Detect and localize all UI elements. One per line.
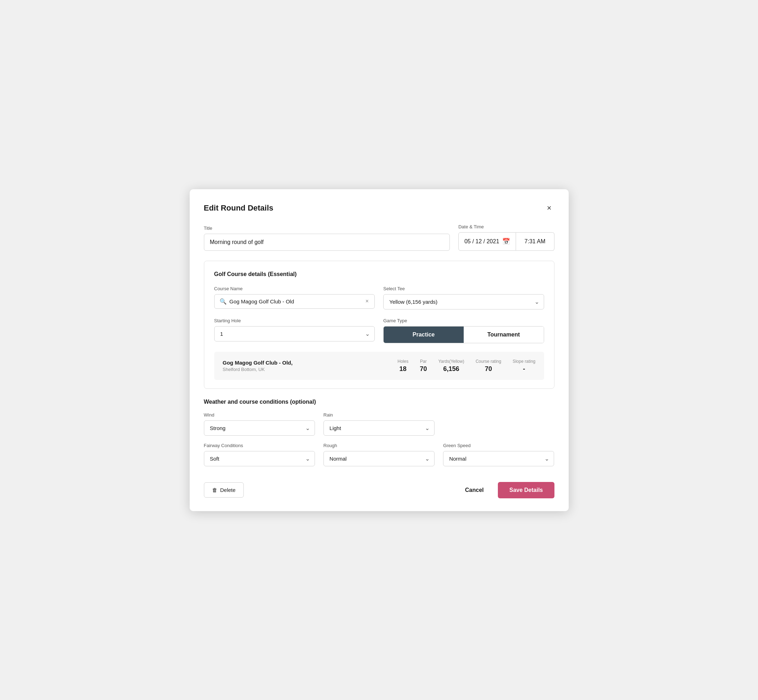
starting-hole-dropdown[interactable]: 1 [214, 326, 375, 341]
fairway-dropdown[interactable]: Soft Normal Hard [204, 451, 315, 466]
holes-stat: Holes 18 [398, 359, 409, 373]
rough-group: Rough Normal Short Long ⌄ [324, 443, 434, 466]
course-rating-label: Course rating [475, 359, 501, 364]
par-label: Par [420, 359, 427, 364]
course-tee-row: Course Name 🔍 × Select Tee Yellow (6,156… [214, 286, 544, 309]
date-time-field-group: Date & Time 05 / 12 / 2021 📅 7:31 AM [458, 224, 554, 251]
top-fields: Title Date & Time 05 / 12 / 2021 📅 7:31 … [204, 224, 554, 251]
calendar-icon: 📅 [502, 238, 510, 245]
clear-course-button[interactable]: × [365, 298, 370, 305]
date-field[interactable]: 05 / 12 / 2021 📅 [458, 232, 516, 251]
bottom-actions: 🗑 Delete Cancel Save Details [204, 476, 554, 498]
tournament-button[interactable]: Tournament [464, 327, 544, 343]
par-value: 70 [420, 365, 427, 373]
game-type-label: Game Type [383, 318, 544, 323]
delete-label: Delete [220, 487, 236, 493]
title-field-group: Title [204, 225, 450, 251]
trash-icon: 🗑 [212, 487, 218, 493]
rain-dropdown[interactable]: Light None Moderate Heavy [324, 420, 434, 436]
hole-gametype-row: Starting Hole 1 ⌄ Game Type Practice Tou… [214, 318, 544, 343]
green-speed-dropdown[interactable]: Normal Slow Fast [443, 451, 554, 466]
modal-header: Edit Round Details × [204, 202, 554, 214]
select-tee-group: Select Tee Yellow (6,156 yards) ⌄ [383, 286, 544, 309]
date-value: 05 / 12 / 2021 [464, 238, 499, 245]
title-input[interactable] [204, 234, 450, 251]
fairway-label: Fairway Conditions [204, 443, 315, 448]
select-tee-label: Select Tee [383, 286, 544, 291]
rain-group: Rain Light None Moderate Heavy ⌄ [324, 412, 434, 436]
starting-hole-label: Starting Hole [214, 318, 375, 323]
rough-dropdown[interactable]: Normal Short Long [324, 451, 434, 466]
slope-rating-value: - [523, 365, 525, 373]
yards-value: 6,156 [443, 365, 459, 373]
right-actions: Cancel Save Details [459, 482, 554, 498]
course-rating-value: 70 [485, 365, 492, 373]
fairway-group: Fairway Conditions Soft Normal Hard ⌄ [204, 443, 315, 466]
starting-hole-group: Starting Hole 1 ⌄ [214, 318, 375, 343]
course-info-location: Shelford Bottom, UK [223, 367, 386, 372]
green-speed-label: Green Speed [443, 443, 554, 448]
rough-label: Rough [324, 443, 434, 448]
holes-label: Holes [398, 359, 409, 364]
course-info-row: Gog Magog Golf Club - Old, Shelford Bott… [214, 352, 544, 380]
course-name-label: Course Name [214, 286, 375, 291]
time-field[interactable]: 7:31 AM [516, 232, 554, 251]
rain-select-wrap: Light None Moderate Heavy ⌄ [324, 420, 434, 436]
golf-course-title: Golf Course details (Essential) [214, 271, 544, 277]
rain-label: Rain [324, 412, 434, 417]
modal-title: Edit Round Details [204, 203, 274, 213]
cancel-button[interactable]: Cancel [459, 483, 489, 498]
wind-select-wrap: Strong Calm Light Moderate Very Strong ⌄ [204, 420, 315, 436]
holes-value: 18 [399, 365, 406, 373]
date-time-wrap: 05 / 12 / 2021 📅 7:31 AM [458, 232, 554, 251]
fairway-select-wrap: Soft Normal Hard ⌄ [204, 451, 315, 466]
weather-title: Weather and course conditions (optional) [204, 399, 554, 405]
par-stat: Par 70 [420, 359, 427, 373]
course-name-search-wrap[interactable]: 🔍 × [214, 294, 375, 309]
close-button[interactable]: × [544, 202, 554, 214]
search-icon: 🔍 [219, 298, 227, 305]
wind-rain-row: Wind Strong Calm Light Moderate Very Str… [204, 412, 554, 436]
date-time-label: Date & Time [458, 224, 554, 230]
green-speed-group: Green Speed Normal Slow Fast ⌄ [443, 443, 554, 466]
time-value: 7:31 AM [525, 238, 545, 245]
weather-section: Weather and course conditions (optional)… [204, 399, 554, 466]
game-type-group: Game Type Practice Tournament [383, 318, 544, 343]
select-tee-wrap: Yellow (6,156 yards) ⌄ [383, 294, 544, 309]
course-name-input[interactable] [230, 298, 362, 305]
rough-select-wrap: Normal Short Long ⌄ [324, 451, 434, 466]
yards-stat: Yards(Yellow) 6,156 [439, 359, 464, 373]
fairway-rough-green-row: Fairway Conditions Soft Normal Hard ⌄ Ro… [204, 443, 554, 466]
edit-round-modal: Edit Round Details × Title Date & Time 0… [190, 189, 568, 511]
green-speed-select-wrap: Normal Slow Fast ⌄ [443, 451, 554, 466]
wind-label: Wind [204, 412, 315, 417]
save-button[interactable]: Save Details [498, 482, 554, 498]
slope-rating-stat: Slope rating - [512, 359, 535, 373]
course-info-name: Gog Magog Golf Club - Old, [223, 359, 386, 366]
starting-hole-wrap: 1 ⌄ [214, 326, 375, 341]
course-rating-stat: Course rating 70 [475, 359, 501, 373]
select-tee-dropdown[interactable]: Yellow (6,156 yards) [383, 294, 544, 309]
slope-rating-label: Slope rating [512, 359, 535, 364]
practice-button[interactable]: Practice [384, 327, 464, 343]
course-name-group: Course Name 🔍 × [214, 286, 375, 309]
golf-course-section: Golf Course details (Essential) Course N… [204, 261, 554, 389]
course-name-location: Gog Magog Golf Club - Old, Shelford Bott… [223, 359, 386, 372]
title-label: Title [204, 225, 450, 231]
delete-button[interactable]: 🗑 Delete [204, 482, 244, 498]
wind-group: Wind Strong Calm Light Moderate Very Str… [204, 412, 315, 436]
wind-dropdown[interactable]: Strong Calm Light Moderate Very Strong [204, 420, 315, 436]
game-type-toggle: Practice Tournament [383, 326, 544, 343]
yards-label: Yards(Yellow) [439, 359, 464, 364]
